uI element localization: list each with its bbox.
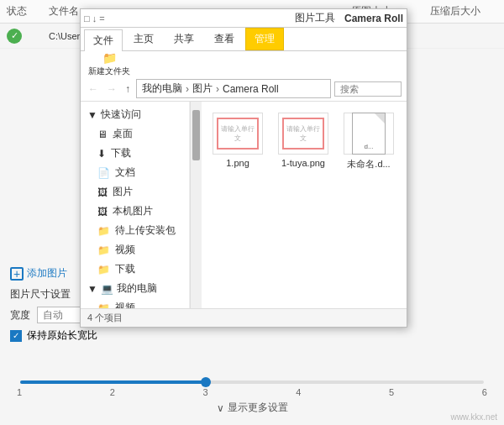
col-status-header: 状态 [7,4,49,18]
desktop-icon: 🖥 [97,129,108,140]
slider-num-1: 1 [17,387,22,397]
nav-item-upload-pkg[interactable]: 📁 待上传安装包 [81,221,189,240]
quick-access-label: 快速访问 [101,108,141,122]
tab-share[interactable]: 共享 [165,28,203,50]
my-computer-label: 我的电脑 [117,281,157,296]
downloads2-label: 下载 [115,262,135,276]
nav-item-downloads2[interactable]: 📁 下载 [81,260,189,279]
status-check-icon: ✓ [7,29,22,44]
path-sep-2: › [216,83,219,95]
unknown-file-icon: d... [352,113,386,155]
bottom-section: 1 2 3 4 5 6 ∨ 显示更多设置 [0,374,504,425]
video-label: 视频 [115,243,135,257]
slider-fill [20,380,206,384]
slider-num-5: 5 [389,387,394,397]
nav-up-btn[interactable]: ↑ [123,83,133,95]
file-item-3[interactable]: d... 未命名.d... [339,108,398,175]
more-settings-label: 显示更多设置 [228,401,288,415]
address-path[interactable]: 我的电脑 › 图片 › Camera Roll [136,79,331,98]
my-computer-header[interactable]: ▼ 💻 我的电脑 [81,279,189,298]
pictures-icon: 🖼 [97,186,108,198]
nav-item-video2[interactable]: 📁 视频 [81,298,189,308]
dialog-image-tools-label: 图片工具 [295,11,335,25]
file-item-2[interactable]: 请输入单行文 1-tuya.png [274,108,333,175]
file-explorer-dialog: □ ↓ = 图片工具 Camera Roll 文件 主页 共享 查看 管理 📁 … [80,8,407,328]
quality-slider-track[interactable] [20,380,484,384]
keep-ratio-row[interactable]: ✓ 保持原始长宽比 [10,328,188,343]
keep-ratio-label: 保持原始长宽比 [27,328,97,343]
search-input[interactable] [334,81,402,97]
video2-label: 视频 [115,301,135,308]
tab-manage[interactable]: 管理 [245,28,284,50]
filename-2: 1-tuya.png [281,158,325,168]
slider-num-2: 2 [110,387,115,397]
chevron-down-icon: ∨ [217,402,224,414]
col-compressed-header: 压缩后大小 [413,4,497,18]
nav-item-desktop[interactable]: 🖥 桌面 [81,124,189,144]
upload-pkg-icon: 📁 [97,225,110,237]
thumb-text-1: 请输入单行文 [218,124,257,143]
quick-access-header[interactable]: ▼ 快速访问 [81,105,189,124]
file-grid-area[interactable]: 请输入单行文 1.png 请输入单行文 1-tuya.png [202,102,407,308]
path-pictures: 图片 [192,81,213,96]
nav-item-video[interactable]: 📁 视频 [81,240,189,260]
watermark: www.kkx.net [450,412,497,422]
new-folder-label: 新建文件夹 [88,66,130,77]
file-thumb-1: 请输入单行文 [213,113,263,155]
new-folder-text: □ ↓ = [84,13,105,24]
path-cameraroll: Camera Roll [223,83,279,95]
keep-ratio-checkbox[interactable]: ✓ [10,330,22,342]
slider-numbers: 1 2 3 4 5 6 [10,387,494,397]
nav-item-downloads[interactable]: ⬇ 下载 [81,144,189,163]
local-pics-icon: 🖼 [97,206,108,218]
path-computer: 我的电脑 [142,81,182,96]
filename-1: 1.png [226,158,249,168]
tab-file[interactable]: 文件 [84,29,123,51]
nav-item-pictures[interactable]: 🖼 图片 [81,182,189,202]
more-settings-btn[interactable]: ∨ 显示更多设置 [10,397,494,418]
slider-thumb[interactable] [201,377,211,387]
thumb-content-2: 请输入单行文 [282,118,324,150]
slider-num-4: 4 [296,387,301,397]
desktop-label: 桌面 [113,127,133,141]
dialog-status-bar: 4 个项目 [81,308,407,327]
tab-view[interactable]: 查看 [205,28,244,50]
new-folder-icon: 📁 [102,51,117,65]
file-thumb-3: d... [344,113,394,155]
add-photo-label: 添加图片 [27,266,67,281]
upload-pkg-label: 待上传安装包 [115,223,176,238]
local-pics-label: 本机图片 [113,204,153,218]
filename-3: 未命名.d... [347,158,390,171]
downloads-icon: ⬇ [97,148,106,160]
files-grid: 请输入单行文 1.png 请输入单行文 1-tuya.png [208,108,400,175]
slider-num-3: 3 [203,387,208,397]
sidebar-scrollbar[interactable] [190,102,202,308]
new-folder-btn[interactable]: 📁 新建文件夹 [84,49,134,80]
nav-sidebar: ▼ 快速访问 🖥 桌面 ⬇ 下载 📄 文档 🖼 图片 [81,102,190,308]
dialog-title: Camera Roll [344,13,403,24]
plus-icon: + [10,267,24,281]
video-icon: 📁 [97,244,110,256]
sidebar-scrollbar-thumb[interactable] [192,110,200,160]
file-item-1[interactable]: 请输入单行文 1.png [208,108,267,175]
pictures-label: 图片 [113,185,133,199]
nav-item-local-pics[interactable]: 🖼 本机图片 [81,202,189,221]
docs-icon: 📄 [97,167,110,179]
file-thumb-2: 请输入单行文 [278,113,328,155]
thumb-content-1: 请输入单行文 [217,118,259,150]
nav-item-docs[interactable]: 📄 文档 [81,163,189,182]
path-sep-1: › [186,83,189,95]
quick-access-chevron: ▼ [87,109,97,121]
my-computer-icon: 💻 [101,283,113,295]
status-count: 4 个项目 [87,312,123,324]
downloads-label: 下载 [111,146,131,160]
app-window: 状态 文件名 原图大小 压缩后大小 ✓ C:\Users\pc\Pictures… [0,0,504,425]
my-computer-chevron: ▼ [87,283,97,295]
nav-forward-btn[interactable]: → [104,83,119,95]
nav-back-btn[interactable]: ← [86,83,101,95]
ribbon-top-bar: □ ↓ = 图片工具 Camera Roll [81,9,407,28]
address-bar: ← → ↑ 我的电脑 › 图片 › Camera Roll [81,76,407,102]
tab-home[interactable]: 主页 [124,28,163,50]
downloads2-icon: 📁 [97,264,110,275]
video2-icon: 📁 [97,302,110,309]
